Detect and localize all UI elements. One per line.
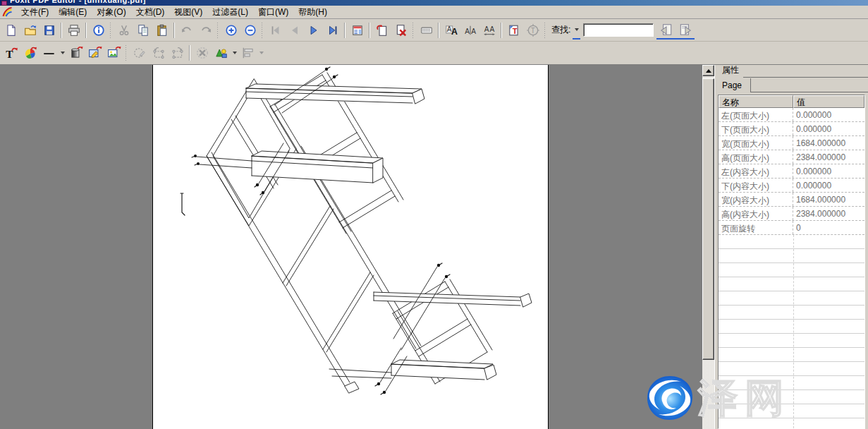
align-objects-button[interactable] <box>238 44 257 62</box>
menu-view[interactable]: 视图(V) <box>169 5 207 20</box>
text-object-button[interactable]: T <box>504 21 523 40</box>
svg-text:T: T <box>512 27 517 35</box>
font-spacing-button[interactable]: A A <box>460 21 479 40</box>
tab-page[interactable]: Page <box>719 78 751 92</box>
table-row[interactable]: 左(页面大小) 0.000000 <box>719 108 864 122</box>
line-style-icon <box>42 46 56 60</box>
column-header-value[interactable]: 值 <box>793 95 864 108</box>
menu-edit[interactable]: 编辑(E) <box>54 5 92 20</box>
table-row[interactable]: 宽(内容大小) 1684.000000 <box>719 193 864 207</box>
document-canvas[interactable] <box>0 65 702 429</box>
chevron-down-icon <box>259 52 264 54</box>
toolbar-grip[interactable] <box>261 23 263 38</box>
menu-help[interactable]: 帮助(H) <box>293 5 332 20</box>
prop-value[interactable]: 0.000000 <box>793 164 864 178</box>
caption-line <box>743 65 868 78</box>
virtual-keyboard-button[interactable] <box>417 21 436 40</box>
separator <box>85 23 87 38</box>
toolbar-grip[interactable] <box>125 45 127 61</box>
table-row[interactable]: 高(页面大小) 2384.000000 <box>719 150 864 164</box>
add-image-button[interactable] <box>104 44 123 62</box>
align-objects-dropdown[interactable] <box>257 44 265 62</box>
prop-value[interactable]: 0.000000 <box>793 179 864 192</box>
zoom-out-icon <box>244 24 257 37</box>
edit-image-button[interactable] <box>85 44 104 62</box>
previous-page-button[interactable] <box>285 21 304 40</box>
copy-button[interactable] <box>133 21 152 40</box>
menu-file[interactable]: 文件(F) <box>16 5 54 20</box>
print-button[interactable] <box>64 21 83 40</box>
insert-shape-button[interactable] <box>212 44 231 62</box>
toolbar-grip[interactable] <box>544 23 546 38</box>
prop-value[interactable]: 1684.000000 <box>793 136 864 150</box>
toolbar-grip[interactable] <box>109 23 111 38</box>
search-next-button[interactable] <box>676 21 695 40</box>
table-row[interactable]: 下(内容大小) 0.000000 <box>719 179 864 193</box>
copy-icon <box>137 24 149 37</box>
next-page-button[interactable] <box>304 21 323 40</box>
menu-filter[interactable]: 过滤器(L) <box>207 5 253 20</box>
find-dropdown-button[interactable] <box>573 21 580 40</box>
pdf-page[interactable] <box>152 65 549 429</box>
cut-button[interactable] <box>114 21 133 40</box>
prop-value[interactable]: 0.000000 <box>793 122 864 135</box>
table-row[interactable]: 下(页面大小) 0.000000 <box>719 122 864 136</box>
vertical-scrollbar[interactable] <box>702 65 714 429</box>
pen-swirl-icon <box>1 6 13 18</box>
page-layout-button[interactable] <box>348 21 367 40</box>
toolbar-grip[interactable] <box>216 23 219 38</box>
paste-button[interactable] <box>152 21 171 40</box>
edit-object-button[interactable] <box>130 44 149 62</box>
separator <box>369 23 370 38</box>
search-previous-button[interactable] <box>656 21 676 40</box>
scrollbar-thumb[interactable] <box>702 78 714 360</box>
prop-value[interactable]: 2384.000000 <box>793 207 864 220</box>
document-info-button[interactable] <box>89 21 108 40</box>
add-text-button[interactable]: T <box>1 44 20 62</box>
undo-button[interactable] <box>177 21 196 40</box>
line-style-button[interactable] <box>39 44 59 62</box>
prop-value[interactable]: 0.000000 <box>793 108 864 121</box>
menu-window[interactable]: 窗口(W) <box>253 5 293 20</box>
column-header-name[interactable]: 名称 <box>719 95 793 108</box>
scroll-up-button[interactable] <box>702 65 714 76</box>
insert-page-button[interactable] <box>372 21 391 40</box>
open-file-button[interactable] <box>20 21 39 40</box>
font-width-button[interactable]: A A <box>479 21 499 40</box>
prop-name: 下(内容大小) <box>719 179 793 192</box>
new-document-button[interactable] <box>1 21 20 40</box>
insert-shape-dropdown[interactable] <box>231 44 238 62</box>
table-row[interactable]: 高(内容大小) 2384.000000 <box>719 207 864 221</box>
delete-object-button[interactable] <box>192 44 212 62</box>
menu-object[interactable]: 对象(O) <box>92 5 130 20</box>
line-style-dropdown[interactable] <box>59 44 66 62</box>
table-row[interactable]: 页面旋转 0 <box>719 221 864 235</box>
save-button[interactable] <box>39 21 59 40</box>
last-page-button[interactable] <box>323 21 342 40</box>
zoom-in-button[interactable] <box>221 21 240 40</box>
font-replace-button[interactable]: A A <box>441 21 460 40</box>
svg-text:A: A <box>489 25 494 33</box>
transform-left-button[interactable] <box>149 44 168 62</box>
table-row[interactable]: 左(内容大小) 0.000000 <box>719 164 864 179</box>
prop-value[interactable]: 0 <box>793 221 864 234</box>
text-circle-button[interactable]: T <box>523 21 542 40</box>
first-page-button[interactable] <box>266 21 285 40</box>
separator <box>501 23 502 38</box>
prop-value[interactable]: 1684.000000 <box>793 193 864 206</box>
prop-name: 下(页面大小) <box>719 122 793 135</box>
menu-document[interactable]: 文档(D) <box>131 5 170 20</box>
table-row[interactable]: 宽(页面大小) 1684.000000 <box>719 136 864 150</box>
delete-page-button[interactable] <box>391 21 410 40</box>
redo-button[interactable] <box>196 21 215 40</box>
add-color-button[interactable] <box>20 44 39 62</box>
prop-value[interactable]: 2384.000000 <box>793 150 864 164</box>
search-next-icon <box>678 23 692 37</box>
title-bar[interactable]: Foxit PDF Editor - [unfixuang.pdf] <box>0 0 868 6</box>
add-gradient-button[interactable] <box>66 44 85 62</box>
previous-page-icon <box>288 24 301 37</box>
toolbar-grip[interactable] <box>412 23 414 38</box>
zoom-out-button[interactable] <box>240 21 259 40</box>
transform-right-button[interactable] <box>168 44 187 62</box>
find-input[interactable] <box>583 23 654 37</box>
